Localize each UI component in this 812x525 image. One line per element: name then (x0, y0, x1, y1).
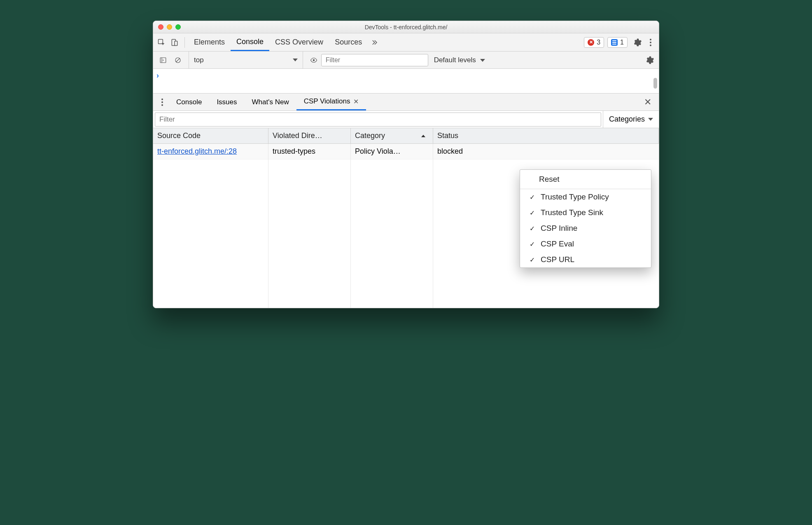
levels-selector-label: Default levels (434, 56, 476, 64)
console-toolbar: top Default levels (153, 52, 659, 69)
tab-elements[interactable]: Elements (188, 33, 231, 51)
category-option-label: CSP URL (541, 255, 574, 264)
check-icon (528, 255, 536, 264)
device-toolbar-icon[interactable] (168, 36, 181, 49)
check-icon (528, 239, 536, 248)
inspect-element-icon[interactable] (155, 36, 168, 49)
error-count: 3 (597, 39, 600, 46)
sort-asc-icon (421, 135, 425, 137)
issue-count-badge[interactable]: 1 (607, 37, 628, 48)
category-option-label: CSP Inline (541, 224, 577, 233)
category-option[interactable]: CSP URL (520, 252, 651, 267)
drawer-tab-csp-violations[interactable]: CSP Violations ✕ (296, 94, 366, 110)
chevron-down-icon (480, 59, 485, 62)
console-sidebar-toggle-icon[interactable] (157, 54, 169, 66)
live-expression-eye-icon[interactable] (308, 54, 320, 66)
clear-console-icon[interactable] (172, 54, 184, 66)
devtools-window: DevTools - tt-enforced.glitch.me/ Elemen… (153, 21, 659, 308)
settings-gear-icon[interactable] (631, 36, 644, 49)
tab-css-overview[interactable]: CSS Overview (269, 33, 329, 51)
categories-selector[interactable]: Categories (603, 111, 659, 128)
svg-rect-2 (175, 41, 177, 45)
tab-console[interactable]: Console (231, 33, 269, 51)
issue-icon (611, 39, 618, 46)
category-option-label: Trusted Type Policy (541, 192, 609, 202)
drawer-tab-issues[interactable]: Issues (209, 94, 244, 110)
chevron-down-icon (648, 118, 653, 121)
cell-category: Policy Viola… (351, 144, 433, 159)
more-tabs-chevron-icon[interactable] (368, 36, 381, 49)
tab-sources[interactable]: Sources (329, 33, 368, 51)
issue-count: 1 (620, 39, 624, 46)
main-toolbar: Elements Console CSS Overview Sources ✕ … (153, 33, 659, 52)
drawer-kebab-icon[interactable] (156, 96, 169, 109)
titlebar: DevTools - tt-enforced.glitch.me/ (153, 21, 659, 33)
source-link[interactable]: tt-enforced.glitch.me/:28 (157, 147, 237, 155)
console-prompt-icon: › (156, 71, 159, 80)
categories-dropdown: Reset Trusted Type Policy Trusted Type S… (520, 169, 651, 268)
category-option-label: Trusted Type Sink (541, 208, 603, 217)
csp-filter-bar: Categories (153, 111, 659, 128)
check-icon (528, 208, 536, 217)
svg-point-5 (313, 59, 315, 61)
close-tab-icon[interactable]: ✕ (353, 98, 359, 105)
error-icon: ✕ (588, 39, 594, 46)
category-option[interactable]: Trusted Type Sink (520, 205, 651, 220)
chevron-down-icon (293, 59, 298, 61)
csp-filter-input[interactable] (155, 112, 601, 127)
console-settings-gear-icon[interactable] (643, 54, 656, 67)
drawer-tab-console[interactable]: Console (169, 94, 209, 110)
categories-reset[interactable]: Reset (520, 170, 651, 189)
col-status-header[interactable]: Status (433, 128, 659, 144)
category-option-label: CSP Eval (541, 239, 574, 248)
col-source-header[interactable]: Source Code (153, 128, 268, 144)
check-icon (528, 224, 536, 233)
scrollbar-thumb[interactable] (653, 78, 657, 89)
category-option[interactable]: Trusted Type Policy (520, 189, 651, 205)
category-option[interactable]: CSP Eval (520, 236, 651, 252)
close-drawer-icon[interactable]: ✕ (639, 97, 656, 108)
console-output: › (153, 69, 659, 94)
category-option[interactable]: CSP Inline (520, 220, 651, 236)
context-selector-value: top (194, 56, 204, 64)
cell-directive: trusted-types (268, 144, 351, 159)
check-icon (528, 192, 536, 202)
kebab-menu-icon[interactable] (644, 36, 657, 49)
levels-selector[interactable]: Default levels (434, 56, 485, 64)
context-selector[interactable]: top (189, 52, 303, 68)
drawer-tab-label: CSP Violations (304, 97, 350, 105)
separator (184, 37, 185, 48)
drawer-tab-whats-new[interactable]: What's New (245, 94, 296, 110)
window-title: DevTools - tt-enforced.glitch.me/ (153, 24, 659, 30)
col-category-header[interactable]: Category (351, 128, 433, 144)
col-directive-header[interactable]: Violated Dire… (268, 128, 351, 144)
drawer-tabbar: Console Issues What's New CSP Violations… (153, 94, 659, 111)
console-filter-input[interactable] (321, 54, 428, 66)
cell-status: blocked (433, 144, 659, 159)
col-category-label: Category (355, 131, 385, 140)
categories-selector-label: Categories (609, 115, 645, 124)
error-count-badge[interactable]: ✕ 3 (584, 37, 604, 48)
